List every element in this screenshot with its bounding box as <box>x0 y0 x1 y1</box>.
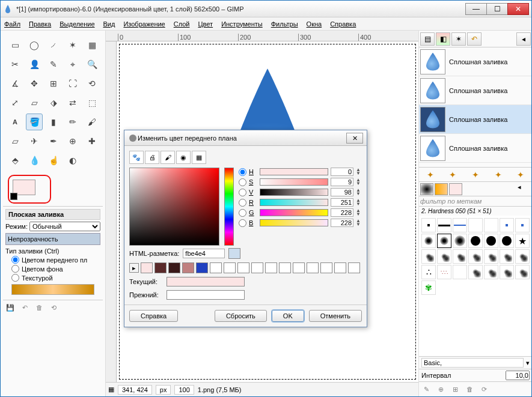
brush-item[interactable]: ∴ <box>421 265 436 279</box>
raise-layer-icon[interactable]: ✦ <box>449 170 456 180</box>
brushes-tab-icon[interactable] <box>420 183 433 195</box>
brush-item[interactable] <box>453 265 467 279</box>
brush-preset-label[interactable]: Basic, <box>421 358 524 368</box>
color-swatch[interactable] <box>141 262 153 273</box>
fill-bg-radio[interactable] <box>11 265 19 273</box>
color-swatch[interactable] <box>196 262 208 273</box>
layer-item[interactable]: Сплошная заливка <box>419 134 531 163</box>
color-swatch[interactable] <box>334 262 346 273</box>
channel-value-G[interactable]: 228 <box>331 208 353 217</box>
color-swatch[interactable] <box>224 262 236 273</box>
tool-dodge[interactable]: ◐ <box>64 152 81 169</box>
tool-rect-select[interactable]: ▭ <box>7 37 23 53</box>
help-button[interactable]: Справка <box>129 310 178 322</box>
channel-slider-S[interactable] <box>260 178 328 186</box>
spinner-icon[interactable]: ▲▼ <box>356 189 362 196</box>
channel-slider-G[interactable] <box>260 209 328 216</box>
tool-paths[interactable]: ✎ <box>45 56 62 73</box>
layer-item[interactable]: Сплошная заливка <box>419 47 531 76</box>
brush-item[interactable] <box>484 249 498 264</box>
layer-item[interactable]: Сплошная заливка <box>419 105 531 134</box>
opacity-slider[interactable]: Непрозрачность <box>5 233 100 245</box>
tool-eraser[interactable]: ▱ <box>7 133 23 150</box>
channel-slider-R[interactable] <box>260 199 328 206</box>
gradients-tab-icon[interactable] <box>449 183 462 195</box>
menu-color[interactable]: Цвет <box>198 20 213 28</box>
tool-cage[interactable]: ⬚ <box>84 94 100 111</box>
new-brush-icon[interactable]: ⊕ <box>436 384 445 394</box>
channel-slider-B[interactable] <box>260 219 328 226</box>
channel-value-V[interactable]: 98 <box>331 188 353 196</box>
channel-value-R[interactable]: 251 <box>331 198 353 207</box>
color-tab-cmyk-icon[interactable]: 🖨 <box>145 151 159 164</box>
color-swatch[interactable] <box>348 262 360 273</box>
menu-file[interactable]: Файл <box>4 20 20 28</box>
tool-by-color[interactable]: ▦ <box>84 37 100 53</box>
tool-move[interactable]: ✥ <box>26 75 43 92</box>
channel-radio-S[interactable] <box>239 178 246 186</box>
brush-item[interactable] <box>453 234 467 248</box>
new-layer-icon[interactable]: ✦ <box>427 170 434 180</box>
channel-value-B[interactable]: 228 <box>331 219 353 227</box>
color-swatch[interactable] <box>168 262 180 273</box>
spinner-icon[interactable]: ▲▼ <box>356 178 362 186</box>
menu-image[interactable]: Изображение <box>123 20 165 28</box>
spinner-icon[interactable]: ▲▼ <box>356 209 362 216</box>
ok-button[interactable]: OK <box>272 310 304 322</box>
maximize-button[interactable]: ☐ <box>486 3 508 15</box>
tool-scale[interactable]: ⤢ <box>7 94 23 111</box>
channel-slider-H[interactable] <box>260 168 328 175</box>
swatch-prev-icon[interactable]: ▸ <box>129 263 139 273</box>
channels-tab-icon[interactable]: ◧ <box>436 32 450 46</box>
brush-item[interactable] <box>484 218 498 232</box>
tool-align[interactable]: ⊞ <box>45 75 62 92</box>
channel-radio-B[interactable] <box>239 219 246 227</box>
tool-blend[interactable]: ▮ <box>45 114 62 130</box>
color-swatch[interactable] <box>154 262 167 273</box>
dock-menu-icon[interactable]: ◂ <box>516 32 531 46</box>
tool-blur[interactable]: 💧 <box>26 152 43 169</box>
brush-item[interactable] <box>468 234 483 248</box>
menu-edit[interactable]: Правка <box>29 20 51 28</box>
fill-pattern-radio[interactable] <box>11 274 19 282</box>
undo-tab-icon[interactable]: ↶ <box>467 32 482 46</box>
brush-item[interactable] <box>500 265 514 279</box>
layers-tab-icon[interactable]: ▤ <box>420 32 435 46</box>
menu-tools[interactable]: Инструменты <box>221 20 263 28</box>
color-swatch[interactable] <box>279 262 291 273</box>
spinner-icon[interactable]: ▲▼ <box>356 199 362 206</box>
tool-persp-clone[interactable]: ⬘ <box>7 152 23 169</box>
menu-filters[interactable]: Фильтры <box>271 20 298 28</box>
channel-radio-H[interactable] <box>239 168 246 176</box>
spinner-icon[interactable]: ▲▼ <box>356 219 362 226</box>
color-tab-gimp-icon[interactable]: 🐾 <box>129 151 144 164</box>
brush-item[interactable] <box>421 234 436 248</box>
menu-view[interactable]: Вид <box>103 20 115 28</box>
brush-menu-icon[interactable]: ▾ <box>526 359 530 367</box>
channel-slider-V[interactable] <box>260 189 328 196</box>
tool-fuzzy-select[interactable]: ✶ <box>64 37 81 53</box>
tool-smudge[interactable]: ☝ <box>45 152 62 169</box>
tool-flip[interactable]: ⇄ <box>64 94 81 111</box>
mode-select[interactable]: Обычный <box>29 222 100 231</box>
tool-shear[interactable]: ▱ <box>26 94 43 111</box>
color-tab-watercolor-icon[interactable]: 🖌 <box>161 151 175 164</box>
tool-measure[interactable]: ∡ <box>7 75 23 92</box>
brush-item[interactable] <box>421 249 436 264</box>
tool-airbrush[interactable]: ✈ <box>26 133 43 150</box>
tool-pencil[interactable]: ✏ <box>64 114 81 130</box>
dock-menu-icon[interactable]: ◂ <box>518 183 531 195</box>
brush-item[interactable] <box>453 218 467 232</box>
tool-ellipse-select[interactable]: ◯ <box>26 37 43 53</box>
channel-radio-G[interactable] <box>239 209 246 217</box>
brush-item[interactable] <box>437 234 451 248</box>
brush-item[interactable] <box>468 265 483 279</box>
channel-radio-V[interactable] <box>239 189 246 196</box>
cancel-button[interactable]: Отменить <box>309 310 362 322</box>
interval-input[interactable] <box>506 371 530 380</box>
tool-zoom[interactable]: 🔍 <box>84 56 100 73</box>
brush-item[interactable] <box>500 249 514 264</box>
brush-item[interactable]: ∵∴ <box>437 265 451 279</box>
status-unit[interactable]: px <box>156 385 171 395</box>
lower-layer-icon[interactable]: ✦ <box>472 170 479 180</box>
